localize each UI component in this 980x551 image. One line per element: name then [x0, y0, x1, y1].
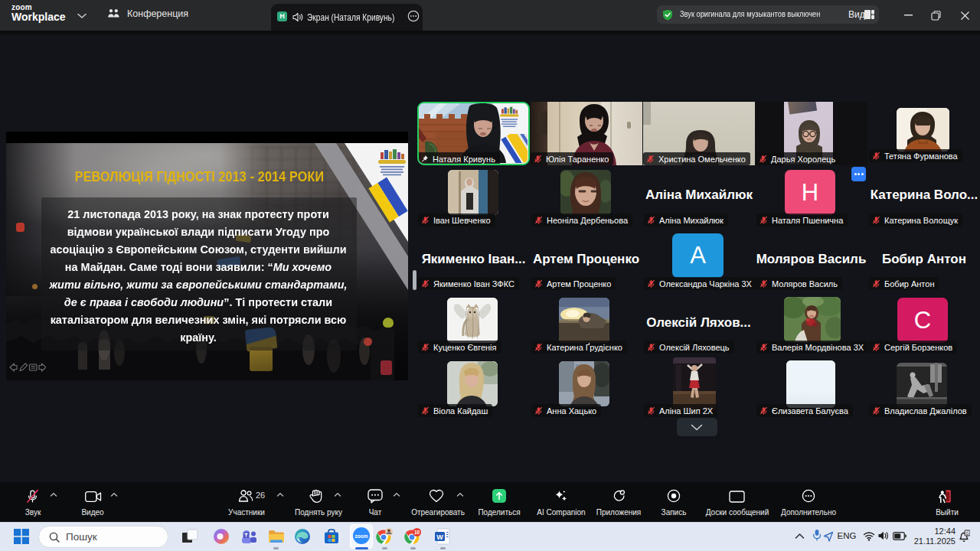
svg-text:10: 10 — [414, 530, 420, 535]
svg-text:zoom: zoom — [355, 533, 368, 539]
svg-text:W: W — [436, 533, 443, 541]
svg-text:G: G — [965, 531, 969, 536]
